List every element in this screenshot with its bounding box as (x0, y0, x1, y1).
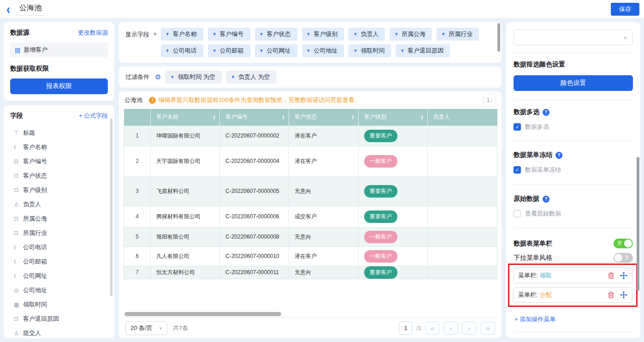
move-icon[interactable] (620, 291, 627, 299)
display-field-chip[interactable]: ▼ 所属公海 (390, 28, 432, 41)
dropdown-style-toggle-off[interactable]: 关 (614, 253, 633, 263)
datasource-item[interactable]: ▤ 新增客户 (10, 42, 108, 57)
chevron-down-icon: ▼ (307, 48, 311, 53)
field-list-item[interactable]: 公司电话 (10, 240, 108, 254)
page-title[interactable]: 公海池 (17, 2, 44, 16)
add-formula-field-link[interactable]: + 公式字段 (79, 112, 108, 120)
chip-label: 公司地址 (313, 47, 337, 55)
filter-chip[interactable]: ▼ 领取时间 为空 (165, 71, 222, 84)
middle-scrollbar[interactable] (497, 23, 500, 52)
sort-arrows-icon[interactable]: ▲▼ (213, 114, 216, 120)
field-list-item[interactable]: 所属行业 (10, 226, 108, 240)
table-row[interactable]: 7 恒太方材料公司 C-20220607-0000011 无意向 重要客户 (124, 266, 497, 279)
chevron-down-icon: ▼ (353, 48, 357, 53)
move-icon[interactable] (620, 272, 627, 279)
display-field-chip[interactable]: ▼ 领取时间 (349, 44, 391, 57)
horizontal-scrollbar[interactable] (124, 312, 281, 316)
field-list-item[interactable]: 公司邮箱 (10, 254, 108, 269)
fields-scrollbar[interactable] (110, 118, 112, 296)
sort-arrows-icon[interactable]: ▲▼ (351, 114, 354, 120)
gear-icon[interactable]: ⚙ (155, 73, 161, 81)
field-list-item[interactable]: 客户级别 (10, 183, 108, 197)
menubar-item[interactable]: 菜单栏: 分配 (513, 287, 632, 303)
column-header[interactable]: 客户状态 ▲▼ (289, 109, 359, 126)
customer-name-cell: 旭阳有限公司 (151, 227, 220, 246)
field-list-item[interactable]: 负责人 (10, 197, 108, 211)
column-header[interactable]: 负责人 (428, 109, 497, 126)
field-list-item[interactable]: 提交人 (10, 326, 108, 338)
customer-name-cell: 凡人有限公司 (151, 246, 220, 266)
table-row[interactable]: 1 坤曜国际有限公司 C-20220607-0000002 潜在客户 重要客户 (124, 126, 497, 146)
warning-text: 编辑界面只取数据源前200条作为查询数据预览，完整数据请访问页面查看。 (159, 96, 360, 104)
next-page-button[interactable]: › (462, 322, 477, 335)
field-list-item[interactable]: 公司网址 (10, 269, 108, 283)
first-page-button[interactable]: « (425, 322, 440, 335)
color-settings-button[interactable]: 颜色设置 (514, 75, 633, 91)
field-list-item[interactable]: 公司地址 (10, 283, 108, 297)
display-field-chip[interactable]: ▼ 客户状态 (255, 28, 297, 41)
field-list-item[interactable]: 所属公海 (10, 211, 108, 226)
menu-freeze-checkbox-row[interactable]: ✓ 数据菜单冻结 (514, 166, 633, 174)
column-header[interactable]: 客户名称 ▲▼ (151, 109, 220, 126)
chip-label: 公司网址 (267, 47, 291, 55)
display-field-chip[interactable]: ▼ 公司电话 (161, 44, 203, 57)
filter-chip[interactable]: ▼ 负责人 为空 (226, 71, 277, 84)
table-row[interactable]: 6 凡人有限公司 C-20220607-0000010 潜在客户 一般客户 (124, 246, 497, 266)
field-list-item[interactable]: 客户编号 (10, 154, 108, 168)
display-field-chip[interactable]: ▼ 客户名称 (161, 28, 203, 41)
display-field-chip[interactable]: ▼ 公司邮箱 (208, 44, 250, 57)
raw-data-checkbox-row[interactable]: 查看原始数据 (514, 210, 633, 218)
display-field-chip[interactable]: ▼ 客户级别 (302, 28, 344, 41)
display-field-chip[interactable]: ▼ 客户编号 (208, 28, 250, 41)
sort-arrows-icon[interactable]: ▲▼ (282, 114, 285, 120)
display-field-chip[interactable]: ▼ 公司地址 (302, 44, 344, 57)
add-action-menu-link[interactable]: + 添加操作菜单 (514, 315, 555, 324)
panel-scrollbar[interactable] (637, 157, 639, 291)
column-header[interactable]: 客户编号 ▲▼ (220, 109, 289, 126)
checkbox-checked[interactable]: ✓ (514, 123, 521, 131)
display-field-chip[interactable]: ▼ 客户退回原因 (396, 44, 450, 57)
display-field-chip[interactable]: ▼ 所属行业 (437, 28, 479, 41)
prev-page-button[interactable]: ‹ (443, 322, 458, 335)
menubar-item[interactable]: 菜单栏: 领取 (513, 268, 632, 283)
filter-chips: ▼ 领取时间 为空 ▼ 负责人 为空 (165, 71, 276, 84)
field-list-item[interactable]: 标题 (10, 126, 108, 140)
help-icon[interactable]: ? (543, 109, 549, 116)
last-page-button[interactable]: » (480, 322, 495, 335)
help-icon[interactable]: ? (543, 196, 549, 203)
table-row[interactable]: 4 腾骏材料有限公司 C-20220607-0000006 成交客户 重要客户 (124, 206, 497, 227)
field-list-item[interactable]: 客户名称 (10, 140, 108, 154)
table-row[interactable]: 2 天宇国际有限公司 C-20220607-0000004 潜在客户 一般客户 (124, 146, 497, 176)
back-icon[interactable]: ‹ (6, 3, 10, 16)
display-field-chip[interactable]: ▼ 公司网址 (255, 44, 297, 57)
add-display-field-icon[interactable]: + (153, 28, 157, 57)
field-list-item[interactable]: 领取时间 (10, 297, 108, 312)
field-list-item[interactable]: 客户退回原因 (10, 312, 108, 326)
customer-code-cell: C-20220607-0000011 (220, 266, 289, 279)
field-list-item[interactable]: 客户状态 (10, 168, 108, 183)
chip-label: 公司邮箱 (220, 47, 244, 55)
checkbox-checked[interactable]: ✓ (514, 166, 521, 174)
field-type-icon (14, 187, 23, 193)
delete-icon[interactable] (608, 291, 614, 299)
table-row[interactable]: 3 飞星材料公司 C-20220607-0000005 无意向 重要客户 (124, 176, 497, 206)
save-button[interactable]: 保存 (611, 3, 639, 16)
display-field-chip[interactable]: ▼ 负责人 (349, 28, 385, 41)
column-header[interactable]: 客户级别 ▲▼ (359, 109, 428, 126)
checkbox-unchecked[interactable] (514, 210, 521, 217)
customer-code-cell: C-20220607-0000002 (220, 126, 289, 146)
sort-arrows-icon[interactable]: ▲▼ (420, 114, 424, 120)
field-label: 公司电话 (23, 243, 47, 252)
delete-icon[interactable] (608, 272, 614, 279)
help-icon[interactable]: ? (555, 152, 562, 159)
chip-label: 所属行业 (449, 30, 473, 38)
page-size-select[interactable]: 20 条/页 ∨ (125, 321, 167, 335)
change-datasource-link[interactable]: 更改数据源 (78, 29, 108, 37)
multi-select-checkbox-row[interactable]: ✓ 数据多选 (514, 123, 633, 131)
page-number-input[interactable]: 1 (399, 322, 413, 335)
sort-order-button[interactable]: 1↓ (483, 94, 496, 107)
report-permission-button[interactable]: 报表权限 (10, 78, 108, 94)
table-row[interactable]: 5 旭阳有限公司 C-20220607-0000008 无意向 一般客户 (124, 227, 497, 246)
table-menubar-toggle-on[interactable]: 开 (614, 239, 633, 248)
top-dropdown-select[interactable]: ∨ (514, 30, 633, 45)
